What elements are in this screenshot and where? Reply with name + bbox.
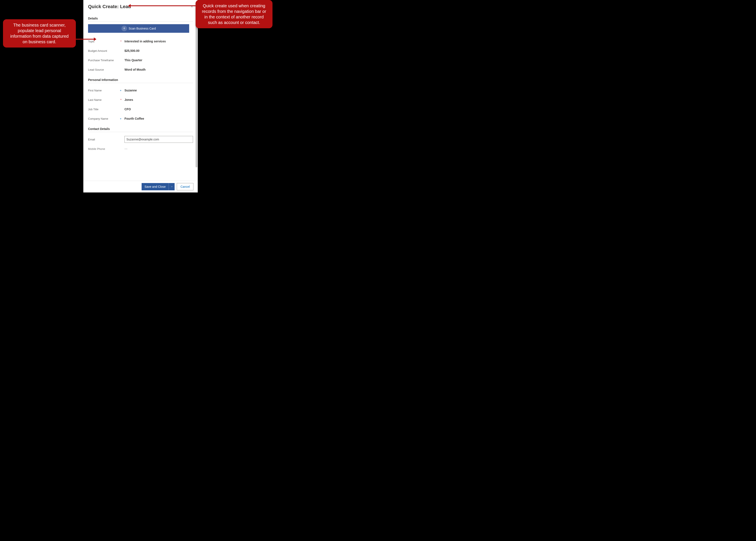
field-mobile-phone[interactable]: Mobile Phone ---: [88, 144, 193, 154]
callout-quick-create: Quick create used when creating records …: [196, 0, 272, 28]
label-email: Email: [88, 138, 124, 141]
quick-create-panel: Quick Create: Lead × Details Scan Busine…: [83, 0, 198, 193]
email-input[interactable]: [124, 136, 193, 143]
value-mobile-phone[interactable]: ---: [124, 147, 193, 151]
field-timeframe[interactable]: Purchase Timeframe This Quarter: [88, 55, 193, 65]
required-mark: *: [120, 98, 121, 102]
scrollbar-thumb[interactable]: [196, 13, 197, 168]
value-budget[interactable]: $25,500.00: [124, 49, 193, 52]
save-split-button: Save and Close: [142, 183, 175, 190]
field-last-name[interactable]: Last Name * Jones: [88, 95, 193, 105]
save-and-close-button[interactable]: Save and Close: [142, 183, 169, 190]
label-mobile-phone: Mobile Phone: [88, 147, 124, 151]
arrow-to-scan-button: [76, 39, 94, 40]
field-job-title[interactable]: Job Title CFO: [88, 105, 193, 114]
field-first-name[interactable]: First Name + Suzanne: [88, 86, 193, 95]
required-mark: *: [120, 40, 121, 43]
panel-body: Details Scan Business Card Topic * Inter…: [83, 13, 198, 181]
label-lead-source: Lead Source: [88, 68, 124, 71]
section-title-details: Details: [88, 13, 193, 22]
value-last-name[interactable]: Jones: [124, 98, 193, 102]
chevron-down-icon: [171, 186, 173, 188]
field-lead-source[interactable]: Lead Source Word of Mouth: [88, 65, 193, 74]
save-split-chevron[interactable]: [169, 183, 175, 190]
field-email[interactable]: Email: [88, 135, 193, 144]
close-icon[interactable]: ×: [191, 4, 193, 9]
scan-button-label: Scan Business Card: [129, 27, 156, 30]
section-title-contact: Contact Details: [88, 123, 193, 132]
recommended-mark: +: [120, 89, 121, 92]
value-timeframe[interactable]: This Quarter: [124, 58, 193, 62]
upload-icon: [121, 26, 127, 31]
cancel-button[interactable]: Cancel: [177, 183, 193, 190]
field-company[interactable]: Company Name + Fourth Coffee: [88, 114, 193, 123]
scan-business-card-button[interactable]: Scan Business Card: [88, 24, 189, 33]
panel-footer: Save and Close Cancel: [83, 181, 198, 193]
callout-business-card: The business card scanner, populate lead…: [3, 19, 76, 48]
label-timeframe: Purchase Timeframe: [88, 59, 124, 62]
panel-title: Quick Create: Lead: [88, 4, 131, 9]
label-last-name: Last Name *: [88, 98, 124, 102]
label-first-name: First Name +: [88, 89, 124, 92]
label-job-title: Job Title: [88, 108, 124, 111]
label-budget: Budget Amount: [88, 49, 124, 52]
section-title-personal: Personal Information: [88, 74, 193, 83]
recommended-mark: +: [120, 117, 121, 120]
value-first-name[interactable]: Suzanne: [124, 89, 193, 92]
field-topic[interactable]: Topic * Interested in adding services: [88, 37, 193, 46]
field-budget[interactable]: Budget Amount $25,500.00: [88, 46, 193, 55]
value-lead-source[interactable]: Word of Mouth: [124, 68, 193, 71]
arrow-to-panel-title: [131, 5, 196, 6]
label-topic: Topic *: [88, 40, 124, 43]
value-job-title[interactable]: CFO: [124, 108, 193, 111]
label-company: Company Name +: [88, 117, 124, 120]
value-topic[interactable]: Interested in adding services: [124, 40, 193, 43]
value-company[interactable]: Fourth Coffee: [124, 117, 193, 120]
